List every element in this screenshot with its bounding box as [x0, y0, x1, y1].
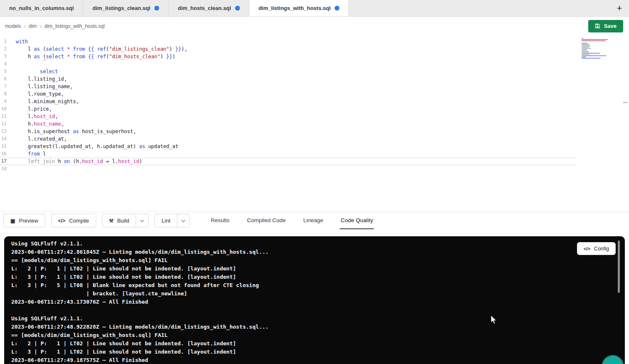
code-line[interactable]: 8 l.room_type, — [0, 90, 577, 98]
save-icon — [595, 23, 600, 29]
config-button[interactable]: </> Config — [577, 242, 616, 255]
editor-tab[interactable]: dim_listings_with_hosts.sql — [249, 0, 349, 16]
terminal-line: L: 2 | P: 1 | LT02 | Line should not be … — [11, 265, 625, 273]
code-line[interactable]: 10 l.price, — [0, 105, 577, 113]
minimap[interactable] — [582, 38, 612, 60]
panel-tab-compiled-code[interactable]: Compiled Code — [246, 212, 286, 229]
breadcrumb-item[interactable]: models — [5, 23, 21, 29]
build-button[interactable]: ⚒Build — [102, 214, 136, 228]
action-buttons: ▦Preview</>Compile⚒BuildLint — [3, 212, 190, 229]
code-text: h.host_name, — [12, 120, 64, 128]
terminal-line: == [models/dim/dim_listings_with_hosts.s… — [11, 331, 625, 339]
terminal-line: 2023-06-06T11:27:49.187575Z — All Finish… — [11, 356, 625, 364]
bottom-toolbar: ▦Preview</>Compile⚒BuildLint ResultsComp… — [0, 212, 629, 229]
code-line[interactable]: 12 h.host_name, — [0, 120, 577, 128]
terminal-line: 2023-06-06T11:27:42.861845Z — Linting mo… — [11, 248, 625, 256]
code-line[interactable]: 18 — [0, 165, 577, 173]
code-text: h as (select * from {{ ref("dim_hosts_cl… — [12, 53, 175, 60]
terminal-line — [11, 306, 625, 314]
terminal-scrollbar[interactable] — [618, 240, 620, 293]
action-group-compile: </>Compile — [51, 214, 96, 228]
panel-tabs: ResultsCompiled CodeLineageCode Quality — [210, 212, 374, 229]
code-line[interactable]: 7 l.listing_name, — [0, 83, 577, 90]
editor-tab[interactable]: dim_listings_clean.sql — [83, 0, 169, 16]
line-number: 15 — [0, 143, 12, 150]
line-number: 14 — [0, 135, 12, 143]
terminal-line: 2023-06-06T11:27:48.922828Z — Linting mo… — [11, 323, 625, 331]
tab-label: no_nulls_in_columns.sql — [9, 5, 74, 11]
terminal-line: Using SQLFluff v2.1.1. — [11, 314, 625, 323]
terminal-line: == [models/dim/dim_listings_with_hosts.s… — [11, 256, 625, 265]
unsaved-indicator-icon — [154, 6, 159, 10]
code-text: l.created_at, — [12, 135, 67, 143]
code-line[interactable]: 4 — [0, 60, 577, 68]
code-text: l.room_type, — [12, 90, 64, 98]
preview-button[interactable]: ▦Preview — [3, 214, 45, 228]
code-icon: </> — [58, 218, 65, 223]
editor-tab[interactable]: dim_hosts_clean.sql — [169, 0, 249, 16]
code-text: with — [12, 38, 28, 45]
code-line[interactable]: 2 l as (select * from {{ ref("dim_listin… — [0, 45, 577, 53]
terminal-line: L: 3 | P: 5 | LT08 | Blank line expected… — [11, 281, 625, 290]
line-number: 2 — [0, 45, 12, 53]
code-text: select — [12, 68, 58, 75]
code-text — [12, 60, 16, 68]
line-number: 11 — [0, 113, 12, 120]
ide-window: no_nulls_in_columns.sqldim_listings_clea… — [0, 0, 629, 364]
code-line[interactable]: 6 l.listing_id, — [0, 75, 577, 83]
save-button-label: Save — [604, 23, 617, 29]
lint-button[interactable]: Lint — [154, 214, 177, 228]
terminal-line: Using SQLFluff v2.1.1. — [11, 240, 625, 248]
build-button-label: Build — [117, 218, 129, 224]
breadcrumb-separator-icon: › — [40, 23, 41, 29]
terminal-line: L: 3 | P: 1 | LT02 | Line should not be … — [11, 273, 625, 281]
tab-label: dim_listings_clean.sql — [92, 5, 150, 11]
unsaved-indicator-icon — [335, 6, 339, 10]
line-number: 13 — [0, 128, 12, 135]
code-line[interactable]: 16 from l — [0, 150, 577, 158]
panel-tab-code-quality[interactable]: Code Quality — [340, 212, 374, 229]
code-line[interactable]: 1with — [0, 38, 577, 45]
line-number: 9 — [0, 98, 12, 105]
code-text — [12, 165, 16, 173]
compile-button[interactable]: </>Compile — [51, 214, 96, 228]
code-line[interactable]: 11 l.host_id, — [0, 113, 577, 120]
code-line[interactable]: 13 h.is_superhost as host_is_superhost, — [0, 128, 577, 135]
code-line[interactable]: 3 h as (select * from {{ ref("dim_hosts_… — [0, 53, 577, 60]
terminal-line: | bracket. [layout.cte_newline] — [11, 290, 625, 298]
code-text: l.host_id, — [12, 113, 58, 120]
code-text: l.minimum_nights, — [12, 98, 79, 105]
panel-tab-results[interactable]: Results — [210, 212, 230, 229]
code-editor[interactable]: 1with2 l as (select * from {{ ref("dim_l… — [0, 35, 629, 212]
tab-bar: no_nulls_in_columns.sqldim_listings_clea… — [0, 0, 629, 17]
line-number: 16 — [0, 150, 12, 158]
code-line[interactable]: 17 left join h on (h.host_id = l.host_id… — [0, 158, 577, 165]
tab-label: dim_hosts_clean.sql — [178, 5, 231, 11]
code-line[interactable]: 5 select — [0, 68, 577, 75]
code-text: from l — [12, 150, 46, 158]
code-text: h.is_superhost as host_is_superhost, — [12, 128, 136, 135]
save-button[interactable]: Save — [588, 20, 623, 32]
code-line[interactable]: 9 l.minimum_nights, — [0, 98, 577, 105]
lint-dropdown-button[interactable] — [177, 214, 190, 228]
breadcrumb-separator-icon: › — [24, 23, 26, 29]
new-tab-button[interactable]: + — [610, 0, 629, 16]
lint-button-label: Lint — [162, 218, 170, 224]
build-dropdown-button[interactable] — [136, 214, 149, 228]
editor-tabs: no_nulls_in_columns.sqldim_listings_clea… — [0, 0, 349, 16]
terminal-line: L: 3 | P: 1 | LT02 | Line should not be … — [11, 348, 625, 356]
breadcrumb-item[interactable]: dim — [29, 23, 37, 29]
tab-label: dim_listings_with_hosts.sql — [259, 5, 331, 11]
editor-tab[interactable]: no_nulls_in_columns.sql — [0, 0, 83, 16]
unsaved-indicator-icon — [235, 6, 240, 10]
breadcrumb-item[interactable]: dim_listings_with_hosts.sql — [45, 23, 105, 29]
panel-tab-lineage[interactable]: Lineage — [302, 212, 324, 229]
line-number: 6 — [0, 75, 12, 83]
preview-button-label: Preview — [19, 218, 38, 224]
code-line[interactable]: 14 l.created_at, — [0, 135, 577, 143]
terminal-output: Using SQLFluff v2.1.1.2023-06-06T11:27:4… — [11, 240, 625, 364]
line-number: 8 — [0, 90, 12, 98]
line-number: 18 — [0, 165, 12, 173]
code-line[interactable]: 15 greatest(l.updated_at, h.updated_at) … — [0, 143, 577, 150]
line-number: 4 — [0, 60, 12, 68]
